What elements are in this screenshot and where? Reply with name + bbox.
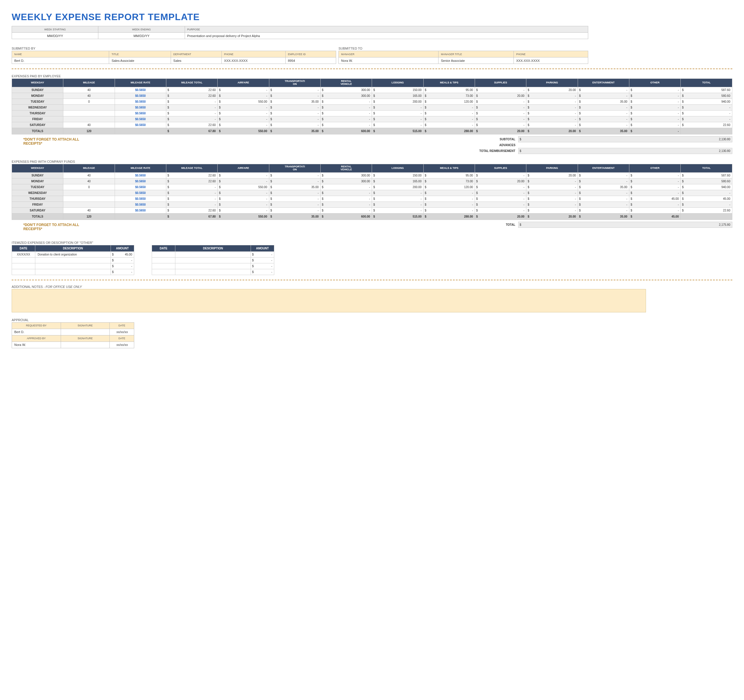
expense-cell[interactable]: $300.00: [321, 172, 372, 178]
expense-cell[interactable]: $-: [269, 87, 320, 93]
expense-cell[interactable]: $-: [218, 122, 269, 128]
mileage-cell[interactable]: 40: [63, 93, 115, 98]
itm-amount-cell[interactable]: $-: [111, 263, 134, 269]
expense-cell[interactable]: $120.00: [423, 184, 475, 190]
expense-cell[interactable]: $-: [578, 122, 629, 128]
expense-cell[interactable]: $-: [218, 116, 269, 122]
mileage-cell[interactable]: 40: [63, 178, 115, 184]
expense-cell[interactable]: $-: [269, 116, 320, 122]
expense-cell[interactable]: $20.00: [475, 213, 526, 220]
expense-cell[interactable]: $288.00: [423, 128, 475, 134]
expense-cell[interactable]: $550.00: [218, 213, 269, 220]
itm-date-cell[interactable]: [12, 263, 35, 269]
expense-cell[interactable]: $-: [218, 190, 269, 196]
advances-value[interactable]: [518, 142, 732, 148]
expense-cell[interactable]: $600.00: [321, 213, 372, 220]
expense-cell[interactable]: $200.00: [372, 184, 423, 190]
itm-desc-cell[interactable]: [176, 263, 251, 269]
expense-cell[interactable]: $20.00: [526, 213, 578, 220]
value-manager-phone[interactable]: XXX-XXX-XXXX: [514, 58, 588, 64]
expense-cell[interactable]: $35.00: [578, 184, 629, 190]
expense-cell[interactable]: $-: [321, 122, 372, 128]
expense-cell[interactable]: $-: [526, 196, 578, 202]
expense-cell[interactable]: $-: [218, 172, 269, 178]
expense-cell[interactable]: $580.60: [681, 93, 732, 98]
expense-cell[interactable]: $22.60: [166, 207, 218, 213]
itm-amount-cell[interactable]: $-: [111, 269, 134, 275]
expense-cell[interactable]: $-: [629, 98, 681, 104]
expense-cell[interactable]: $-: [423, 207, 475, 213]
expense-cell[interactable]: $-: [321, 196, 372, 202]
expense-cell[interactable]: $22.60: [166, 122, 218, 128]
expense-cell[interactable]: $22.60: [681, 207, 732, 213]
expense-cell[interactable]: $600.00: [321, 128, 372, 134]
expense-cell[interactable]: $-: [423, 122, 475, 128]
expense-cell[interactable]: $-: [475, 110, 526, 116]
mileage-cell[interactable]: [63, 116, 115, 122]
mileage-cell[interactable]: 0: [63, 184, 115, 190]
expense-cell[interactable]: $-: [269, 190, 320, 196]
itm-desc-cell[interactable]: [35, 257, 111, 263]
expense-cell[interactable]: $-: [269, 202, 320, 207]
expense-cell[interactable]: $73.00: [423, 178, 475, 184]
expense-cell[interactable]: $-: [475, 104, 526, 110]
expense-cell[interactable]: $-: [166, 184, 218, 190]
itm-date-cell[interactable]: XX/XX/XX: [12, 251, 35, 257]
expense-cell[interactable]: $515.00: [372, 128, 423, 134]
expense-cell[interactable]: $-: [475, 116, 526, 122]
expense-cell[interactable]: $120.00: [423, 98, 475, 104]
expense-cell[interactable]: $-: [372, 207, 423, 213]
expense-cell[interactable]: $-: [423, 202, 475, 207]
expense-cell[interactable]: $-: [423, 104, 475, 110]
notes-box[interactable]: [12, 289, 646, 312]
itm-desc-cell[interactable]: Donation to client organization: [35, 251, 111, 257]
expense-cell[interactable]: $-: [269, 178, 320, 184]
expense-cell[interactable]: $-: [218, 202, 269, 207]
expense-cell[interactable]: $35.00: [269, 213, 320, 220]
mileage-cell[interactable]: [63, 202, 115, 207]
expense-cell[interactable]: $940.00: [681, 184, 732, 190]
expense-cell[interactable]: $580.60: [681, 178, 732, 184]
expense-cell[interactable]: $-: [166, 104, 218, 110]
expense-cell[interactable]: $95.00: [423, 172, 475, 178]
expense-cell[interactable]: $-: [629, 128, 681, 134]
expense-cell[interactable]: $-: [269, 122, 320, 128]
expense-cell[interactable]: $-: [578, 172, 629, 178]
expense-cell[interactable]: $200.00: [372, 98, 423, 104]
expense-cell[interactable]: $-: [321, 202, 372, 207]
expense-cell[interactable]: $288.00: [423, 213, 475, 220]
itm-date-cell[interactable]: [12, 269, 35, 275]
value-purpose[interactable]: Presentation and proposal delivery of Pr…: [185, 33, 588, 39]
itm-date-cell[interactable]: [12, 257, 35, 263]
expense-cell[interactable]: $300.00: [321, 87, 372, 93]
expense-cell[interactable]: $300.00: [321, 178, 372, 184]
expense-cell[interactable]: $-: [166, 190, 218, 196]
expense-cell[interactable]: $-: [526, 190, 578, 196]
expense-cell[interactable]: $-: [218, 104, 269, 110]
expense-cell[interactable]: $550.00: [218, 184, 269, 190]
expense-cell[interactable]: $550.00: [218, 98, 269, 104]
expense-cell[interactable]: $-: [372, 104, 423, 110]
expense-cell[interactable]: $-: [578, 116, 629, 122]
itm-date-cell[interactable]: [152, 251, 176, 257]
expense-cell[interactable]: $587.60: [681, 87, 732, 93]
expense-cell[interactable]: $300.00: [321, 93, 372, 98]
expense-cell[interactable]: $73.00: [423, 93, 475, 98]
expense-cell[interactable]: $-: [321, 110, 372, 116]
mileage-cell[interactable]: 0: [63, 98, 115, 104]
value-manager-title[interactable]: Senior Associate: [439, 58, 514, 64]
expense-cell[interactable]: $-: [475, 87, 526, 93]
expense-cell[interactable]: $-: [629, 110, 681, 116]
expense-cell[interactable]: $-: [526, 202, 578, 207]
expense-cell[interactable]: $-: [475, 184, 526, 190]
itm-date-cell[interactable]: [152, 263, 176, 269]
itm-amount-cell[interactable]: $-: [251, 263, 274, 269]
expense-cell[interactable]: $515.00: [372, 213, 423, 220]
expense-cell[interactable]: $22.60: [166, 87, 218, 93]
expense-cell[interactable]: $-: [578, 178, 629, 184]
value-manager[interactable]: Nora W.: [339, 58, 439, 64]
itm-desc-cell[interactable]: [176, 257, 251, 263]
mileage-cell[interactable]: [63, 110, 115, 116]
expense-cell[interactable]: $-: [629, 190, 681, 196]
expense-cell[interactable]: $-: [578, 207, 629, 213]
